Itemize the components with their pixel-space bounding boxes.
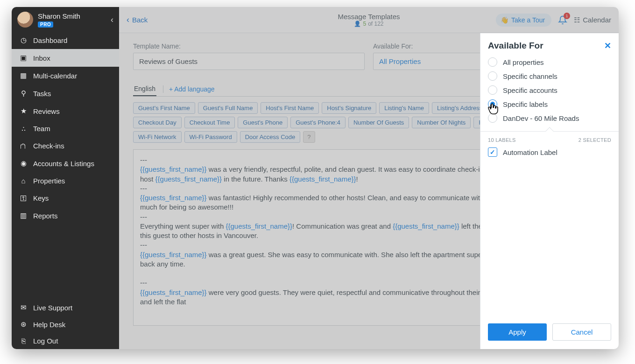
sidebar-item-multicalendar[interactable]: ▦Multi-calendar — [12, 67, 119, 84]
var-token: {{guests_first_name}} — [226, 222, 292, 230]
notifications-button[interactable]: 1 — [558, 15, 567, 25]
radio-label: All properties — [503, 58, 544, 66]
team-icon: ⛬ — [19, 125, 28, 133]
sidebar-item-support[interactable]: ✉Live Support — [12, 299, 119, 316]
variable-pill[interactable]: Host's First Name — [261, 102, 319, 114]
help-icon[interactable]: ? — [303, 131, 315, 143]
labels-count: 10 LABELS — [488, 137, 516, 143]
sidebar-collapse-icon[interactable]: ‹ — [111, 15, 113, 25]
back-button[interactable]: ‹ Back — [127, 15, 148, 25]
wave-icon: 👋 — [501, 16, 508, 24]
sidebar-item-dashboard[interactable]: ◷Dashboard — [12, 31, 119, 49]
radio-specific-channels[interactable]: Specific channels — [488, 71, 611, 81]
sidebar-item-checkins[interactable]: ⛫Check-ins — [12, 137, 119, 154]
count-current: 5 — [363, 21, 366, 27]
sidebar-footer: ✉Live Support ⊛Help Desk ⎘Log Out — [12, 299, 119, 349]
sidebar-header: Sharon Smith PRO ‹ — [12, 7, 119, 31]
variable-pill[interactable]: Guest's First Name — [133, 102, 195, 114]
variable-pill[interactable]: Listing's Name — [379, 102, 429, 114]
star-icon: ★ — [19, 107, 28, 115]
radio-specific-labels[interactable]: Specific labels — [488, 99, 611, 109]
var-token: {{guests_first_name}} — [140, 194, 207, 202]
page-subtitle: 👤 5 of 122 — [354, 21, 383, 27]
variable-pill[interactable]: Wi-Fi Password — [184, 131, 237, 143]
sidebar-item-inbox[interactable]: ▣Inbox — [12, 49, 119, 67]
bell-icon: ⛫ — [19, 142, 28, 150]
cancel-button[interactable]: Cancel — [552, 323, 611, 341]
sidebar-item-keys[interactable]: ⚿Keys — [12, 189, 119, 207]
sidebar-item-accounts[interactable]: ◉Accounts & Listings — [12, 154, 119, 172]
variable-pill[interactable]: Checkout Time — [184, 117, 235, 128]
inbox-icon: ▣ — [19, 54, 28, 62]
chat-icon: ✉ — [19, 303, 28, 312]
editor-text: ! Communication was great and — [292, 222, 393, 230]
sidebar-item-label: Inbox — [33, 54, 50, 62]
sidebar-item-label: Keys — [33, 194, 49, 202]
tour-label: Take a Tour — [511, 16, 545, 24]
variable-pill[interactable]: Host's Signature — [322, 102, 376, 114]
checkbox-label: Automation Label — [503, 148, 557, 156]
sidebar-nav: ◷Dashboard ▣Inbox ▦Multi-calendar ⚲Tasks… — [12, 31, 119, 224]
radio-icon — [488, 85, 497, 95]
variable-pill[interactable]: Guest's Full Name — [198, 102, 258, 114]
separator: --- — [140, 156, 147, 164]
radio-label: Specific labels — [503, 100, 548, 108]
users-icon: 👤 — [354, 21, 361, 27]
radio-dandev[interactable]: DanDev - 60 Mile Roads — [488, 113, 611, 123]
variable-pill[interactable]: Wi-Fi Network — [133, 131, 182, 143]
calendar-button[interactable]: ☷ Calendar — [574, 16, 611, 24]
radio-label: DanDev - 60 Mile Roads — [503, 114, 579, 122]
var-token: {{guests_first_name}} — [289, 175, 356, 183]
radio-icon — [488, 57, 497, 67]
sidebar-item-properties[interactable]: ⌂Properties — [12, 172, 119, 189]
apply-button[interactable]: Apply — [488, 323, 547, 341]
radio-specific-accounts[interactable]: Specific accounts — [488, 85, 611, 95]
sidebar-item-label: Multi-calendar — [33, 72, 77, 80]
sidebar-item-logout[interactable]: ⎘Log Out — [12, 333, 119, 349]
available-for-value: All Properties — [379, 57, 421, 65]
var-token: {{guests_first_name}} — [155, 175, 222, 183]
take-tour-button[interactable]: 👋 Take a Tour — [496, 14, 551, 27]
separator: --- — [140, 279, 147, 287]
variable-pill[interactable]: Number Of Nights — [412, 117, 471, 128]
checkbox-icon: ✓ — [488, 147, 497, 157]
editor-text: in the future. Thanks — [222, 175, 289, 183]
editor-text: Everything went super with — [140, 222, 226, 230]
sidebar-item-label: Log Out — [33, 337, 58, 345]
variable-pill[interactable]: Checkout Day — [133, 117, 182, 128]
dashboard-icon: ◷ — [19, 36, 28, 44]
template-name-input[interactable] — [133, 53, 365, 70]
tab-english[interactable]: English — [133, 82, 156, 96]
sidebar-item-team[interactable]: ⛬Team — [12, 120, 119, 137]
close-icon[interactable]: ✕ — [604, 41, 611, 51]
calendar-icon: ▦ — [19, 71, 28, 80]
sidebar: Sharon Smith PRO ‹ ◷Dashboard ▣Inbox ▦Mu… — [12, 7, 119, 349]
variable-pill[interactable]: Door Access Code — [240, 131, 301, 143]
sidebar-item-reviews[interactable]: ★Reviews — [12, 102, 119, 120]
panel-divider — [480, 131, 619, 132]
separator: --- — [140, 184, 147, 192]
key-icon: ⚿ — [19, 194, 28, 202]
sidebar-item-reports[interactable]: ▥Reports — [12, 207, 119, 224]
variable-pill[interactable]: Listing's Address — [432, 102, 487, 114]
var-token: {{guests_first_name}} — [140, 251, 207, 259]
variable-pill[interactable]: Guest's Phone — [238, 117, 288, 128]
checkbox-automation-label[interactable]: ✓ Automation Label — [488, 147, 611, 157]
tasks-icon: ⚲ — [19, 89, 28, 98]
user-name: Sharon Smith — [38, 12, 80, 20]
radio-all-properties[interactable]: All properties — [488, 57, 611, 67]
variable-pill[interactable]: Number Of Guests — [348, 117, 409, 128]
available-for-panel: Available For ✕ All properties Specific … — [480, 33, 619, 349]
sidebar-item-helpdesk[interactable]: ⊛Help Desk — [12, 316, 119, 333]
add-language-button[interactable]: + Add language — [163, 85, 215, 93]
sidebar-item-tasks[interactable]: ⚲Tasks — [12, 84, 119, 102]
variable-pill[interactable]: Guest's Phone:4 — [290, 117, 346, 128]
editor-text: ! — [356, 175, 358, 183]
var-token: {{guests_first_name}} — [140, 288, 207, 296]
logout-icon: ⎘ — [19, 337, 28, 345]
avatar[interactable] — [17, 12, 33, 28]
sidebar-item-label: Dashboard — [33, 36, 67, 44]
page-title: Message Templates — [338, 13, 400, 21]
radio-icon — [488, 71, 497, 81]
radio-label: Specific channels — [503, 72, 557, 80]
